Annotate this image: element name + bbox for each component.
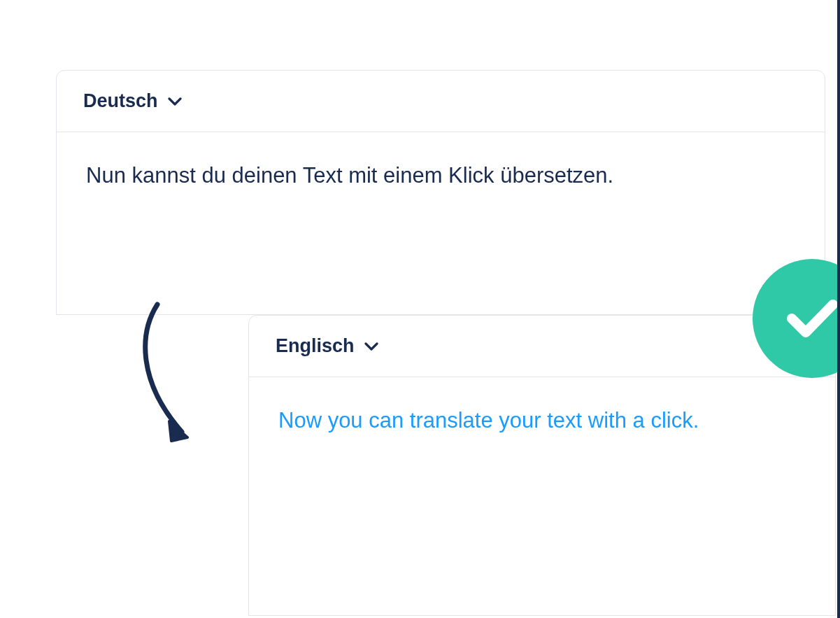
translation-arrow xyxy=(133,299,210,446)
target-language-card: Englisch Now you can translate your text… xyxy=(248,315,836,616)
source-language-label: Deutsch xyxy=(83,90,158,112)
target-text: Now you can translate your text with a c… xyxy=(278,404,806,437)
target-language-label: Englisch xyxy=(276,335,355,357)
source-language-card: Deutsch Nun kannst du deinen Text mit ei… xyxy=(56,70,825,315)
source-text[interactable]: Nun kannst du deinen Text mit einem Klic… xyxy=(86,159,795,192)
target-card-body: Now you can translate your text with a c… xyxy=(249,377,835,464)
target-card-header: Englisch xyxy=(249,316,835,377)
chevron-down-icon xyxy=(168,97,182,106)
checkmark-icon xyxy=(786,297,839,339)
chevron-down-icon xyxy=(364,342,378,351)
source-card-header: Deutsch xyxy=(57,71,825,132)
right-edge-decoration xyxy=(837,0,840,618)
source-language-selector[interactable]: Deutsch xyxy=(83,90,182,112)
source-card-body: Nun kannst du deinen Text mit einem Klic… xyxy=(57,132,825,219)
target-language-selector[interactable]: Englisch xyxy=(276,335,378,357)
